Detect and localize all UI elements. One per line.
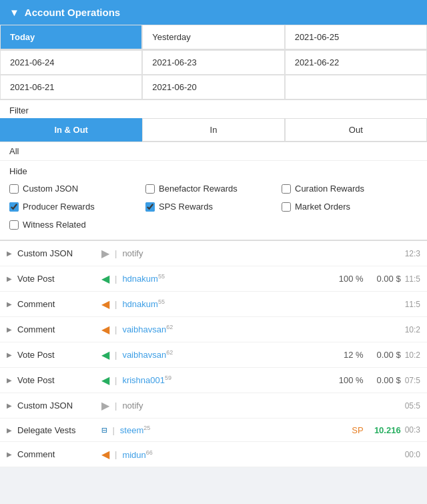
hide-checkbox-benefactor-rewards[interactable] — [145, 184, 155, 194]
op-expand-icon[interactable]: ▶ — [7, 402, 13, 409]
date-2021-06-20[interactable]: 2021-06-20 — [142, 75, 284, 99]
hide-grid: Custom JSON Benefactor Rewards Curation … — [9, 182, 418, 232]
hide-item-benefactor-rewards[interactable]: Benefactor Rewards — [145, 182, 282, 196]
op-separator: | — [115, 350, 117, 360]
date-today[interactable]: Today — [0, 25, 142, 49]
date-2021-06-24[interactable]: 2021-06-24 — [0, 50, 142, 75]
op-name: Vote Post — [17, 350, 97, 360]
op-row-0: ▶Custom JSON▶|notify12:3 — [0, 241, 427, 266]
op-row-3: ▶Comment◀|vaibhavsan6210:2 — [0, 317, 427, 342]
filter-tabs: In & Out In Out — [0, 118, 427, 142]
date-2021-06-21[interactable]: 2021-06-21 — [0, 75, 142, 99]
op-separator: | — [115, 299, 117, 309]
all-row: All — [0, 142, 427, 161]
hide-checkbox-market-orders[interactable] — [282, 202, 291, 212]
op-detail: notify — [122, 401, 143, 411]
date-2021-06-22[interactable]: 2021-06-22 — [285, 50, 427, 75]
op-name: Comment — [17, 324, 97, 334]
operations-list: ▶Custom JSON▶|notify12:3▶Vote Post◀|hdna… — [0, 241, 427, 467]
op-direction-icon: ◀ — [101, 374, 109, 387]
hide-checkbox-witness-related[interactable] — [9, 220, 19, 230]
op-user[interactable]: steem25 — [120, 425, 150, 435]
tab-in-and-out[interactable]: In & Out — [0, 118, 142, 142]
op-name: Custom JSON — [17, 401, 97, 411]
op-direction-icon: ◀ — [101, 298, 109, 310]
hide-checkbox-sps-rewards[interactable] — [145, 202, 155, 212]
op-time: 10:2 — [405, 325, 420, 334]
hide-item-curation-rewards[interactable]: Curation Rewards — [282, 182, 418, 196]
op-separator: | — [112, 425, 114, 435]
date-empty — [285, 75, 427, 99]
op-separator: | — [115, 248, 117, 258]
op-row-6: ▶Custom JSON▶|notify05:5 — [0, 393, 427, 419]
hide-item-producer-rewards[interactable]: Producer Rewards — [9, 200, 145, 214]
op-percent: 100 % — [330, 274, 364, 284]
date-row-2: 2021-06-24 2021-06-23 2021-06-22 — [0, 50, 427, 75]
op-direction-icon: ▶ — [101, 247, 109, 260]
op-row-5: ▶Vote Post◀|krishna00159100 %0.00 $07:5 — [0, 368, 427, 393]
op-value: 0.00 $ — [368, 350, 401, 360]
op-row-8: ▶Comment◀|midun6600:0 — [0, 442, 427, 467]
hide-label-producer-rewards: Producer Rewards — [23, 202, 95, 212]
hide-item-market-orders[interactable]: Market Orders — [282, 200, 418, 214]
hide-checkbox-curation-rewards[interactable] — [282, 184, 291, 194]
date-row-3: 2021-06-21 2021-06-20 — [0, 75, 427, 100]
hide-label-benefactor-rewards: Benefactor Rewards — [159, 184, 238, 194]
date-yesterday[interactable]: Yesterday — [142, 25, 284, 49]
op-user[interactable]: vaibhavsan62 — [122, 324, 173, 334]
account-operations-header: ▼ Account Operations — [0, 0, 427, 25]
op-name: Comment — [17, 299, 97, 309]
op-user[interactable]: midun66 — [122, 449, 152, 460]
op-row-1: ▶Vote Post◀|hdnakum55100 %0.00 $11:5 — [0, 266, 427, 292]
op-direction-icon: ◀ — [101, 448, 109, 461]
op-direction-icon: ⊟ — [101, 425, 107, 435]
op-expand-icon[interactable]: ▶ — [7, 427, 13, 434]
op-expand-icon[interactable]: ▶ — [7, 326, 13, 333]
op-expand-icon[interactable]: ▶ — [7, 376, 13, 384]
hide-item-sps-rewards[interactable]: SPS Rewards — [145, 200, 282, 214]
op-time: 11:5 — [405, 300, 420, 309]
op-separator: | — [115, 401, 117, 411]
op-user[interactable]: krishna00159 — [122, 374, 171, 385]
op-time: 05:5 — [405, 401, 420, 411]
op-name: Vote Post — [17, 274, 97, 284]
op-name: Comment — [17, 449, 97, 459]
hide-checkbox-custom-json[interactable] — [9, 184, 19, 194]
op-percent: 100 % — [330, 375, 364, 385]
op-user[interactable]: hdnakum55 — [122, 298, 165, 309]
header-title: Account Operations — [25, 7, 120, 18]
op-direction-icon: ◀ — [101, 323, 109, 336]
date-row-1: Today Yesterday 2021-06-25 — [0, 25, 427, 50]
hide-item-custom-json[interactable]: Custom JSON — [9, 182, 145, 196]
date-2021-06-25[interactable]: 2021-06-25 — [285, 25, 427, 49]
op-time: 10:2 — [405, 350, 420, 360]
hide-label-market-orders: Market Orders — [295, 202, 350, 212]
tab-in[interactable]: In — [142, 118, 284, 142]
op-expand-icon[interactable]: ▶ — [7, 275, 13, 282]
op-expand-icon[interactable]: ▶ — [7, 451, 13, 458]
hide-label: Hide — [9, 166, 418, 176]
op-user[interactable]: vaibhavsan62 — [122, 349, 173, 360]
header-arrow-icon: ▼ — [9, 7, 19, 18]
op-direction-icon: ▶ — [101, 399, 109, 412]
date-2021-06-23[interactable]: 2021-06-23 — [142, 50, 284, 75]
filter-label: Filter — [0, 100, 427, 118]
op-direction-icon: ◀ — [101, 348, 109, 361]
tab-out[interactable]: Out — [285, 118, 427, 142]
op-name: Vote Post — [17, 375, 97, 385]
op-percent: 12 % — [330, 350, 364, 360]
op-detail: notify — [122, 248, 143, 258]
op-row-4: ▶Vote Post◀|vaibhavsan6212 %0.00 $10:2 — [0, 342, 427, 368]
op-expand-icon[interactable]: ▶ — [7, 250, 13, 257]
op-row-7: ▶Delegate Vests⊟|steem25SP10.21600:3 — [0, 419, 427, 442]
op-user[interactable]: hdnakum55 — [122, 273, 165, 284]
op-expand-icon[interactable]: ▶ — [7, 300, 13, 308]
op-time: 00:0 — [405, 450, 420, 459]
op-separator: | — [115, 274, 117, 284]
hide-checkbox-producer-rewards[interactable] — [9, 202, 19, 212]
op-expand-icon[interactable]: ▶ — [7, 351, 13, 358]
op-direction-icon: ◀ — [101, 272, 109, 285]
op-time: 07:5 — [405, 376, 420, 385]
op-separator: | — [115, 324, 117, 334]
hide-item-witness-related[interactable]: Witness Related — [9, 218, 145, 232]
